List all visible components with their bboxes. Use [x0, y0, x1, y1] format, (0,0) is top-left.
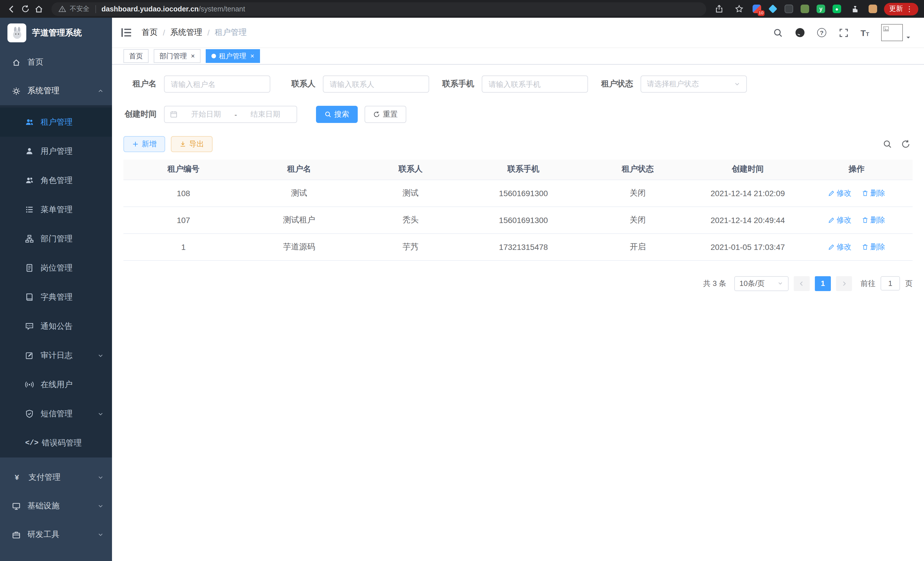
extension-icon-6[interactable]: ● — [832, 4, 842, 14]
browser-reload-button[interactable] — [18, 2, 32, 16]
update-button[interactable]: 更新 ⋮ — [884, 3, 918, 15]
sidebar-item-dict[interactable]: 字典管理 — [0, 283, 112, 312]
reload-icon — [21, 5, 29, 13]
extension-icon-4[interactable] — [800, 4, 810, 14]
extension-icon-3[interactable] — [784, 4, 794, 14]
breadcrumb-system[interactable]: 系统管理 — [170, 27, 202, 38]
page-size-select[interactable]: 10条/页 — [734, 276, 789, 291]
sidebar-item-menu[interactable]: 菜单管理 — [0, 195, 112, 224]
filter-tenant-name: 租户名 — [123, 75, 270, 93]
delete-link[interactable]: 删除 — [862, 188, 885, 198]
export-button[interactable]: 导出 — [171, 136, 213, 152]
sidebar-toggle-button[interactable] — [121, 27, 132, 38]
goto-page-input[interactable] — [880, 276, 900, 290]
cell-tenant-id: 108 — [123, 180, 243, 206]
contact-input[interactable] — [323, 75, 429, 93]
table-row: 108 测试 测试 15601691300 关闭 2021-12-14 21:0… — [123, 180, 913, 206]
sidebar-item-online-users[interactable]: 在线用户 — [0, 370, 112, 399]
browser-back-button[interactable] — [4, 2, 18, 16]
github-button[interactable] — [795, 27, 805, 38]
close-tab-icon[interactable]: × — [191, 53, 195, 59]
user-avatar-menu[interactable] — [881, 24, 911, 41]
date-start-placeholder: 开始日期 — [180, 109, 232, 120]
breadcrumb-separator: / — [163, 28, 165, 37]
extension-icon-5[interactable]: y — [816, 4, 826, 14]
share-button[interactable] — [712, 2, 726, 16]
search-button[interactable]: 搜索 — [316, 106, 358, 123]
edit-link[interactable]: 修改 — [828, 242, 851, 252]
sidebar-item-home[interactable]: 首页 — [0, 48, 112, 77]
tab-home[interactable]: 首页 — [123, 49, 148, 63]
goto-label: 前往 — [861, 278, 875, 289]
logo-row[interactable]: 芋道管理系统 — [0, 18, 112, 48]
browser-home-button[interactable] — [32, 2, 46, 16]
security-warning-icon[interactable] — [58, 5, 66, 13]
extensions-puzzle-button[interactable] — [848, 2, 862, 16]
hide-search-icon[interactable] — [883, 140, 892, 149]
sidebar-item-sms[interactable]: 短信管理 — [0, 399, 112, 428]
trash-icon — [862, 217, 868, 223]
table-tools — [883, 140, 913, 149]
sidebar-item-label: 在线用户 — [40, 379, 73, 390]
sidebar-item-error-code[interactable]: </> 错误码管理 — [0, 428, 112, 457]
date-range-picker[interactable]: 开始日期 - 结束日期 — [164, 106, 297, 123]
sidebar-item-system[interactable]: 系统管理 — [0, 77, 112, 105]
close-tab-icon[interactable]: × — [250, 53, 254, 59]
fullscreen-button[interactable] — [838, 27, 849, 38]
delete-link[interactable]: 删除 — [862, 242, 885, 252]
sidebar-item-tenant[interactable]: 租户管理 — [0, 108, 112, 137]
prev-page-button[interactable] — [794, 276, 810, 291]
bookmark-star-button[interactable] — [732, 2, 746, 16]
sidebar-item-label: 错误码管理 — [42, 438, 82, 448]
user-icon — [25, 147, 34, 156]
phone-input[interactable] — [482, 75, 588, 93]
sidebar-item-label: 菜单管理 — [40, 205, 73, 215]
edit-link[interactable]: 修改 — [828, 215, 851, 225]
edit-link[interactable]: 修改 — [828, 188, 851, 198]
sidebar-item-notice[interactable]: 通知公告 — [0, 312, 112, 341]
sidebar-item-audit-log[interactable]: 审计日志 — [0, 341, 112, 370]
id-badge-icon — [25, 264, 34, 272]
sidebar-item-label: 短信管理 — [40, 409, 73, 419]
header-search-button[interactable] — [772, 27, 783, 38]
sidebar-item-dev-tools[interactable]: 研发工具 — [0, 520, 112, 549]
chevron-down-icon — [777, 280, 783, 287]
extension-icon-1[interactable]: 10 — [752, 4, 762, 14]
chevron-down-icon — [97, 410, 104, 417]
sidebar-item-dept[interactable]: 部门管理 — [0, 224, 112, 253]
download-icon — [179, 141, 186, 147]
browser-profile-avatar[interactable] — [868, 4, 878, 14]
fullscreen-icon — [838, 28, 848, 38]
system-submenu: 租户管理 用户管理 角色管理 菜单管理 — [0, 105, 112, 457]
page-number-button[interactable]: 1 — [815, 276, 831, 291]
tab-dept[interactable]: 部门管理 × — [154, 49, 201, 63]
app-title: 芋道管理系统 — [32, 27, 82, 38]
caret-down-icon — [905, 34, 911, 41]
sidebar-item-infrastructure[interactable]: 基础设施 — [0, 492, 112, 520]
font-size-button[interactable]: TT — [861, 28, 869, 37]
extension-icon-2[interactable] — [768, 4, 778, 14]
refresh-icon[interactable] — [901, 140, 910, 149]
sidebar-item-payment[interactable]: ¥ 支付管理 — [0, 463, 112, 492]
next-page-button[interactable] — [836, 276, 852, 291]
avatar — [881, 24, 903, 41]
sidebar-item-role[interactable]: 角色管理 — [0, 166, 112, 195]
chevron-down-icon — [97, 352, 104, 359]
tab-tenant[interactable]: 租户管理 × — [206, 49, 260, 63]
delete-link[interactable]: 删除 — [862, 215, 885, 225]
yen-icon: ¥ — [12, 473, 22, 482]
filter-status: 租户状态 请选择租户状态 — [600, 75, 747, 93]
help-button[interactable]: ? — [817, 28, 826, 37]
breadcrumb-home[interactable]: 首页 — [142, 27, 158, 38]
status-select[interactable]: 请选择租户状态 — [640, 75, 747, 93]
tenant-name-input[interactable] — [164, 75, 270, 93]
browser-menu-icon[interactable]: ⋮ — [906, 5, 913, 13]
address-bar[interactable]: 不安全 dashboard.yudao.iocoder.cn/system/te… — [51, 2, 706, 16]
calendar-icon — [170, 110, 178, 118]
status-select-placeholder: 请选择租户状态 — [647, 79, 699, 89]
reset-button[interactable]: 重置 — [364, 106, 406, 123]
sidebar-item-post[interactable]: 岗位管理 — [0, 253, 112, 283]
add-button[interactable]: 新增 — [123, 136, 165, 152]
breadcrumb-current: 租户管理 — [215, 27, 247, 38]
sidebar-item-user[interactable]: 用户管理 — [0, 137, 112, 166]
